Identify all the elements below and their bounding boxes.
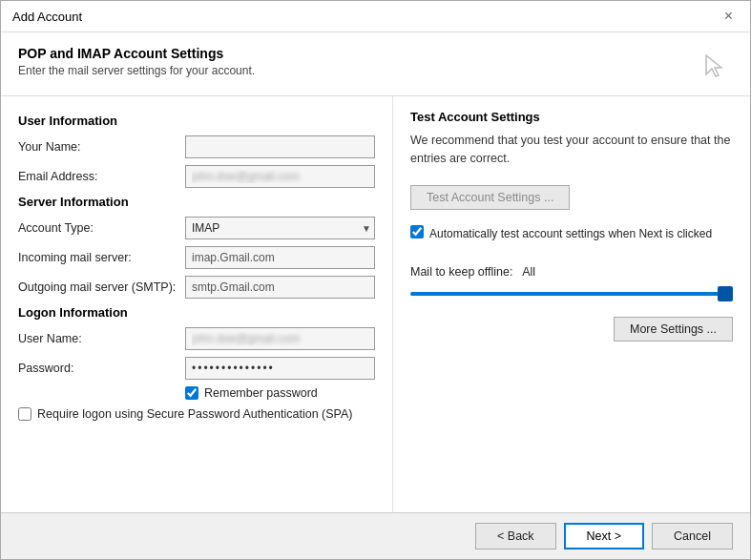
auto-test-label[interactable]: Automatically test account settings when… — [429, 225, 712, 242]
mail-offline-value: All — [522, 265, 535, 279]
more-settings-button[interactable]: More Settings ... — [614, 317, 733, 342]
email-address-label: Email Address: — [18, 170, 185, 183]
username-input[interactable] — [185, 327, 375, 350]
your-name-input[interactable] — [185, 135, 375, 158]
auto-test-row: Automatically test account settings when… — [410, 225, 733, 242]
header-text: POP and IMAP Account Settings Enter the … — [18, 46, 255, 77]
mail-offline-slider[interactable] — [410, 284, 733, 303]
test-description: We recommend that you test your account … — [410, 132, 733, 168]
spa-row: Require logon using Secure Password Auth… — [18, 407, 375, 421]
password-row: Password: — [18, 357, 375, 380]
outgoing-mail-row: Outgoing mail server (SMTP): — [18, 276, 375, 299]
account-type-wrapper: IMAP POP3 ▼ — [185, 217, 375, 239]
incoming-mail-label: Incoming mail server: — [18, 251, 185, 264]
cancel-button[interactable]: Cancel — [652, 523, 733, 550]
next-button[interactable]: Next > — [564, 523, 644, 550]
slider-track — [410, 292, 733, 296]
server-info-title: Server Information — [18, 195, 375, 209]
remember-password-checkbox[interactable] — [185, 386, 198, 400]
test-title: Test Account Settings — [410, 110, 733, 124]
window-title: Add Account — [12, 10, 82, 24]
main-heading: POP and IMAP Account Settings — [18, 46, 255, 61]
your-name-label: Your Name: — [18, 140, 185, 154]
your-name-row: Your Name: — [18, 135, 375, 158]
right-panel: Test Account Settings We recommend that … — [392, 96, 750, 512]
outgoing-mail-input[interactable] — [185, 276, 375, 299]
email-address-input[interactable] — [185, 165, 375, 188]
slider-fill — [410, 292, 733, 296]
remember-password-row: Remember password — [185, 386, 375, 400]
username-row: User Name: — [18, 327, 375, 350]
email-address-row: Email Address: — [18, 165, 375, 188]
password-label: Password: — [18, 362, 185, 375]
add-account-window: Add Account × POP and IMAP Account Setti… — [0, 0, 751, 560]
title-bar: Add Account × — [1, 1, 750, 32]
password-input[interactable] — [185, 357, 375, 380]
header-section: POP and IMAP Account Settings Enter the … — [1, 32, 750, 96]
incoming-mail-input[interactable] — [185, 246, 375, 269]
logon-info-title: Logon Information — [18, 305, 375, 320]
back-button[interactable]: < Back — [475, 523, 556, 550]
spa-checkbox[interactable] — [18, 407, 31, 421]
username-label: User Name: — [18, 332, 185, 345]
spa-label[interactable]: Require logon using Secure Password Auth… — [37, 407, 353, 421]
account-type-label: Account Type: — [18, 221, 185, 235]
mail-offline-section: Mail to keep offline: All — [410, 265, 733, 303]
outgoing-mail-label: Outgoing mail server (SMTP): — [18, 280, 185, 294]
slider-thumb[interactable] — [718, 286, 733, 301]
mail-icon — [695, 46, 733, 84]
account-type-select[interactable]: IMAP POP3 — [185, 217, 375, 239]
account-type-row: Account Type: IMAP POP3 ▼ — [18, 217, 375, 239]
close-button[interactable]: × — [719, 7, 739, 26]
remember-password-label[interactable]: Remember password — [204, 386, 318, 400]
more-settings-row: More Settings ... — [410, 317, 733, 342]
content-area: User Information Your Name: Email Addres… — [1, 96, 750, 512]
user-info-title: User Information — [18, 114, 375, 128]
auto-test-checkbox[interactable] — [410, 225, 424, 239]
mail-offline-label: Mail to keep offline: All — [410, 265, 733, 279]
test-account-settings-button[interactable]: Test Account Settings ... — [410, 185, 570, 210]
left-panel: User Information Your Name: Email Addres… — [1, 96, 392, 512]
incoming-mail-row: Incoming mail server: — [18, 246, 375, 269]
sub-heading: Enter the mail server settings for your … — [18, 64, 255, 77]
footer: < Back Next > Cancel — [1, 512, 750, 559]
